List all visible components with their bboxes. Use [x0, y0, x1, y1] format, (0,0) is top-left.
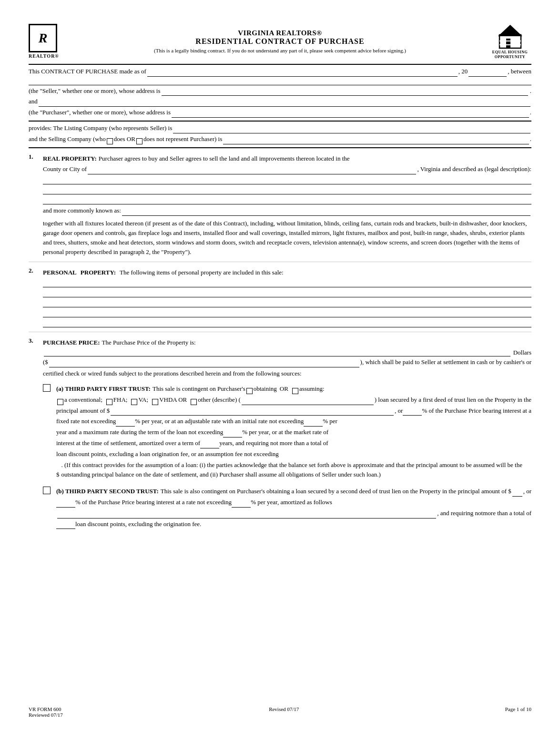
loan-discount-row: loan discount points, excluding a loan o…: [56, 449, 531, 459]
reviewed-label: Reviewed 07/17: [29, 712, 63, 718]
seller-line-1[interactable]: [29, 78, 531, 85]
svg-marker-1: [498, 25, 522, 36]
personal-prop-line-4[interactable]: [43, 309, 531, 317]
other-label: other (describe) (: [198, 395, 241, 405]
listing-company-field[interactable]: [173, 126, 530, 133]
seller-address-field[interactable]: [162, 88, 528, 96]
legal-desc-line-1[interactable]: [43, 176, 531, 184]
pct-field[interactable]: [403, 409, 422, 416]
vhda-checkbox[interactable]: [152, 399, 158, 405]
does-checkbox[interactable]: [107, 138, 113, 144]
second-trust-points-field[interactable]: [56, 522, 75, 529]
and-field[interactable]: [39, 99, 530, 107]
assuming-label: assuming:: [299, 384, 325, 394]
third-party-b-row1: (b) THIRD PARTY SECOND TRUST: This sale …: [56, 487, 531, 497]
known-as-label: and more commonly known as:: [43, 206, 121, 216]
principal-amount-field[interactable]: [111, 408, 394, 416]
third-party-b-row3: , and requiring not more than a total of: [56, 508, 531, 518]
legal-desc-line-3[interactable]: [43, 196, 531, 204]
virginia-label: , Virginia and described as (legal descr…: [417, 164, 531, 174]
main-title: VIRGINIA REALTORS®: [71, 29, 489, 37]
fixed-rate-field[interactable]: [116, 420, 135, 427]
assuming-checkbox[interactable]: [292, 388, 298, 394]
real-property-text: Purchaser agrees to buy and Seller agree…: [99, 154, 350, 164]
and-row: and: [29, 97, 531, 107]
or-label2: , or: [523, 487, 531, 497]
second-trust-pct-field[interactable]: [56, 501, 75, 508]
contract-between-text: , between: [508, 67, 531, 77]
purchaser-row: (the "Purchaser", whether one or more), …: [29, 108, 531, 118]
equal-housing-label: EQUAL HOUSINGOPPORTUNITY: [492, 50, 528, 60]
purchaser-address-field[interactable]: [172, 110, 529, 118]
listing-company-label: provides: The Listing Company (who repre…: [29, 123, 172, 133]
contract-year-field[interactable]: [468, 69, 507, 77]
loan-text-end: ) loan secured by a first deed of trust …: [375, 395, 531, 405]
real-property-label: REAL PROPERTY:: [43, 154, 97, 164]
va-checkbox[interactable]: [131, 399, 137, 405]
personal-prop-line-3[interactable]: [43, 299, 531, 307]
third-party-b-row2: % of the Purchase Price bearing interest…: [56, 498, 531, 508]
third-party-a-block: (a) THIRD PARTY FIRST TRUST: This sale i…: [43, 383, 531, 481]
seller-row: (the "Seller," whether one or more), who…: [29, 86, 531, 96]
max-rate-field[interactable]: [223, 431, 242, 437]
loan-discount2-label: loan discount points, excluding the orig…: [75, 519, 201, 529]
third-party-b-checkbox[interactable]: [43, 487, 51, 494]
fixtures-text: together with all fixtures located there…: [43, 219, 531, 257]
listing-company-row: provides: The Listing Company (who repre…: [29, 123, 531, 133]
conventional-label: a conventional;: [64, 395, 102, 405]
second-trust-rate-field[interactable]: [232, 501, 251, 508]
section-1-bottom-divider: [29, 262, 531, 262]
document-header: R REALTOR® VIRGINIA REALTORS® RESIDENTIA…: [29, 23, 531, 60]
does-not-checkbox[interactable]: [136, 138, 143, 144]
amount-end: ), which shall be paid to Seller at sett…: [360, 357, 531, 367]
amount-row: ($ ), which shall be paid to Seller at s…: [43, 357, 531, 367]
legal-desc-line-2[interactable]: [43, 186, 531, 194]
other-describe-field[interactable]: [242, 397, 374, 405]
document-page: R REALTOR® VIRGINIA REALTORS® RESIDENTIA…: [0, 0, 560, 732]
personal-prop-line-2[interactable]: [43, 289, 531, 297]
other-checkbox[interactable]: [191, 399, 197, 405]
third-party-b-label: (b) THIRD PARTY SECOND TRUST:: [56, 487, 159, 497]
personal-prop-line-1[interactable]: [43, 279, 531, 287]
second-trust-amount-field[interactable]: [512, 489, 522, 497]
term-years-field[interactable]: [200, 442, 219, 448]
section-3-num: 3.: [29, 337, 43, 535]
fha-checkbox[interactable]: [106, 399, 112, 405]
section-2-content: PERSONAL PROPERTY: The following items o…: [43, 267, 531, 329]
or-pct-label: , or: [395, 406, 403, 416]
personal-prop-line-5[interactable]: [43, 319, 531, 327]
seller-label: (the "Seller," whether one or more), who…: [29, 86, 161, 96]
trust-type-row: a conventional; FHA; VA; VHDA OR other (…: [56, 395, 531, 405]
price-dollars-field[interactable]: [44, 349, 510, 356]
third-party-a-text-block: (a) THIRD PARTY FIRST TRUST: This sale i…: [56, 383, 531, 481]
header-notice: (This is a legally binding contract. If …: [71, 48, 489, 53]
footer-center: Revised 07/17: [269, 706, 299, 718]
third-party-b-row4: loan discount points, excluding the orig…: [56, 519, 531, 529]
section-1: 1. REAL PROPERTY: Purchaser agrees to bu…: [29, 153, 531, 259]
second-trust-amort-field[interactable]: [57, 511, 436, 518]
adjustable-rate-field[interactable]: [304, 420, 323, 427]
principal-row: principal amount of $ , or % of the Purc…: [56, 406, 531, 416]
conventional-checkbox[interactable]: [57, 399, 63, 405]
pct-per-label: % per: [323, 417, 337, 427]
purchase-price-label: PURCHASE PRICE:: [43, 338, 100, 348]
amortize-row: interest at the time of settlement, amor…: [56, 438, 531, 448]
section-2: 2. PERSONAL PROPERTY: The following item…: [29, 267, 531, 329]
section-1-num: 1.: [29, 153, 43, 259]
requiring-not-label: more than a total of: [483, 508, 531, 518]
personal-label: PERSONAL: [43, 268, 77, 278]
fixed-rate-row: fixed rate not exceeding % per year, or …: [56, 417, 531, 427]
does-or-label: does OR: [114, 134, 135, 144]
third-party-a-checkbox[interactable]: [43, 384, 51, 392]
selling-company-field[interactable]: [223, 137, 529, 144]
known-as-field[interactable]: [122, 208, 530, 216]
contract-date-field[interactable]: [147, 69, 458, 77]
assumption-amount-row: $ . (If this contract provides for the a…: [56, 460, 531, 480]
amount-field[interactable]: [49, 360, 359, 367]
realtor-logo: R REALTOR®: [29, 24, 71, 59]
fha-label: FHA;: [113, 395, 128, 405]
fixed-rate-label: fixed rate not exceeding: [56, 417, 116, 427]
pct-per-year3-label: % per year, amortized as follows: [251, 498, 332, 508]
county-field[interactable]: [88, 167, 416, 174]
obtaining-checkbox[interactable]: [246, 388, 253, 394]
